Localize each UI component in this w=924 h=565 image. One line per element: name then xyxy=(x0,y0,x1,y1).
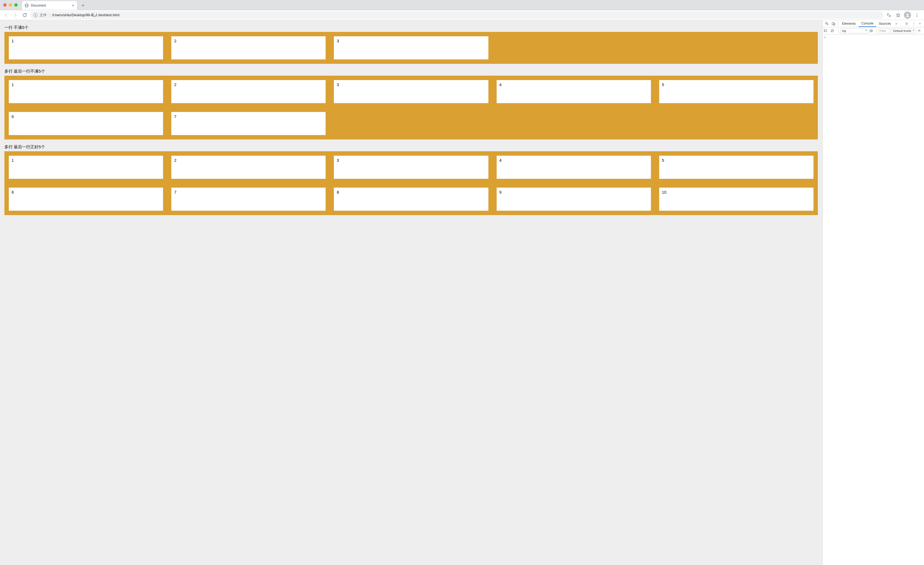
section-title: 多行 最后一行不满5个 xyxy=(4,69,818,74)
card: 6 xyxy=(9,188,163,211)
card: 2 xyxy=(171,36,326,59)
kebab-icon xyxy=(914,13,920,18)
translate-button[interactable] xyxy=(885,11,892,19)
url-scheme-label: 文件 xyxy=(40,13,47,18)
log-levels-select[interactable]: Default levels xyxy=(891,29,916,33)
grid-container: 12345678910 xyxy=(4,151,818,215)
card: 3 xyxy=(334,36,488,59)
card: 1 xyxy=(9,36,163,59)
translate-icon xyxy=(886,13,891,18)
avatar-icon xyxy=(904,12,911,19)
console-toolbar: top Filter Default levels xyxy=(822,27,924,35)
card: 1 xyxy=(9,80,163,103)
sidebar-icon xyxy=(824,29,827,33)
window-controls xyxy=(3,3,18,7)
address-bar[interactable]: i 文件 | /Users/shilu/Desktop/99-私人/test/t… xyxy=(30,11,883,19)
card: 5 xyxy=(659,80,813,103)
gear-icon xyxy=(905,22,909,26)
devtools-settings-button[interactable] xyxy=(905,22,911,26)
context-select[interactable]: top xyxy=(840,29,868,33)
arrow-left-icon xyxy=(4,13,9,18)
arrow-right-icon xyxy=(13,13,18,18)
card: 5 xyxy=(659,156,813,179)
reload-icon xyxy=(22,13,27,18)
divider xyxy=(838,21,838,26)
card: 1 xyxy=(9,156,163,179)
star-icon xyxy=(896,13,901,18)
close-tab-icon[interactable]: × xyxy=(72,3,74,8)
device-icon xyxy=(832,22,836,26)
devtools-menu-button[interactable]: ⋮ xyxy=(911,22,917,26)
minimize-window-button[interactable] xyxy=(9,3,12,7)
svg-rect-6 xyxy=(824,30,827,32)
url-separator: | xyxy=(49,13,50,17)
card: 3 xyxy=(334,156,488,179)
card: 3 xyxy=(334,80,488,103)
page-viewport[interactable]: 一行 不满5个123多行 最后一行不满5个1234567多行 最后一行正好5个1… xyxy=(0,20,822,565)
clear-console-button[interactable] xyxy=(831,29,836,33)
inspect-element-button[interactable] xyxy=(824,22,830,26)
svg-point-5 xyxy=(906,23,907,24)
card: 4 xyxy=(496,156,651,179)
console-prompt: > xyxy=(824,36,826,39)
new-tab-button[interactable]: + xyxy=(79,2,87,9)
tab-title: Document xyxy=(31,4,46,8)
profile-button[interactable] xyxy=(904,11,911,19)
levels-value: Default levels xyxy=(893,29,911,33)
card: 2 xyxy=(171,80,326,103)
info-icon[interactable]: i xyxy=(33,13,38,17)
bookmark-button[interactable] xyxy=(894,11,902,19)
divider xyxy=(876,29,876,33)
tab-console[interactable]: Console xyxy=(858,20,876,27)
maximize-window-button[interactable] xyxy=(14,3,18,7)
live-expression-button[interactable] xyxy=(869,29,874,33)
svg-point-11 xyxy=(919,30,920,31)
device-toolbar-button[interactable] xyxy=(830,22,837,26)
console-sidebar-toggle[interactable] xyxy=(824,29,830,33)
filter-placeholder: Filter xyxy=(879,29,886,33)
card: 7 xyxy=(171,112,326,135)
divider xyxy=(838,29,838,33)
context-value: top xyxy=(842,29,846,33)
console-settings-button[interactable] xyxy=(917,29,922,33)
section-title: 多行 最后一行正好5个 xyxy=(4,144,818,150)
more-tabs-button[interactable]: » xyxy=(894,22,899,26)
address-bar-row: i 文件 | /Users/shilu/Desktop/99-私人/test/t… xyxy=(0,10,924,20)
svg-point-0 xyxy=(916,13,917,14)
svg-point-2 xyxy=(916,16,917,17)
svg-point-10 xyxy=(871,30,872,32)
card: 2 xyxy=(171,156,326,179)
filter-input[interactable]: Filter xyxy=(878,29,890,33)
devtools-close-button[interactable]: × xyxy=(917,22,923,26)
card: 6 xyxy=(9,112,163,135)
grid-container: 1234567 xyxy=(4,76,818,140)
section-title: 一行 不满5个 xyxy=(4,25,818,30)
tab-elements[interactable]: Elements xyxy=(839,20,858,27)
globe-icon xyxy=(25,4,28,8)
back-button[interactable] xyxy=(2,11,10,19)
browser-tab[interactable]: Document × xyxy=(22,1,77,10)
svg-point-1 xyxy=(916,15,917,15)
close-window-button[interactable] xyxy=(3,3,7,7)
clear-icon xyxy=(831,29,834,33)
forward-button[interactable] xyxy=(12,11,19,19)
eye-icon xyxy=(869,29,873,33)
browser-right-controls xyxy=(885,11,922,19)
card: 10 xyxy=(659,188,813,211)
card: 4 xyxy=(496,80,651,103)
browser-menu-button[interactable] xyxy=(913,11,921,19)
console-output[interactable]: > xyxy=(822,35,924,565)
grid-container: 123 xyxy=(4,32,818,64)
svg-line-9 xyxy=(832,30,834,32)
devtools-panel: Elements Console Sources » ⋮ × top xyxy=(822,20,924,565)
browser-tab-bar: Document × + xyxy=(0,0,924,10)
workspace: 一行 不满5个123多行 最后一行不满5个1234567多行 最后一行正好5个1… xyxy=(0,20,924,565)
reload-button[interactable] xyxy=(21,11,28,19)
gear-icon xyxy=(917,29,921,33)
url-path: /Users/shilu/Desktop/99-私人/test/test.htm… xyxy=(52,13,119,18)
card: 7 xyxy=(171,188,326,211)
devtools-tabs: Elements Console Sources » ⋮ × xyxy=(822,20,924,27)
card: 9 xyxy=(496,188,651,211)
card: 8 xyxy=(334,188,488,211)
tab-sources[interactable]: Sources xyxy=(876,20,894,27)
